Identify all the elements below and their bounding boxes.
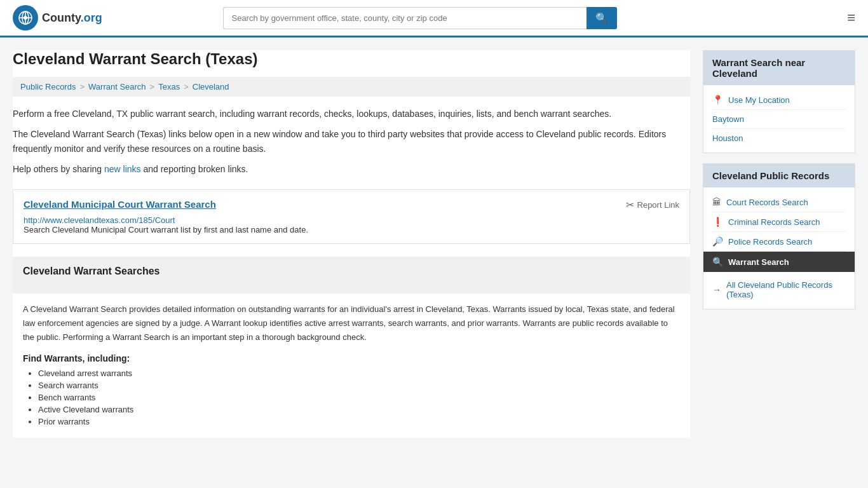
description-1: Perform a free Cleveland, TX public warr… <box>13 107 690 121</box>
sidebar-houston-link[interactable]: Houston <box>712 129 846 147</box>
result-card: Cleveland Municipal Court Warrant Search… <box>13 189 690 244</box>
list-item: Bench warrants <box>38 393 680 402</box>
result-url[interactable]: http://www.clevelandtexas.com/185/Court <box>24 215 175 225</box>
sidebar-all-label: All Cleveland Public Records (Texas) <box>726 280 846 299</box>
sidebar-use-location-label: Use My Location <box>728 95 790 105</box>
section-title: Cleveland Warrant Searches <box>23 266 680 277</box>
sidebar-nearby-title: Warrant Search near Cleveland <box>703 51 855 85</box>
breadcrumb: Public Records > Warrant Search > Texas … <box>13 77 690 97</box>
report-link-label: Report Link <box>637 200 679 210</box>
description-block: Perform a free Cleveland, TX public warr… <box>13 107 690 189</box>
sidebar-criminal-label: Criminal Records Search <box>728 217 820 227</box>
logo-icon <box>13 5 38 30</box>
report-icon: ✂ <box>626 199 634 211</box>
sidebar-warrant-label: Warrant Search <box>728 257 789 267</box>
search-button[interactable]: 🔍 <box>587 7 617 29</box>
breadcrumb-sep-3: > <box>184 82 189 92</box>
result-title-link[interactable]: Cleveland Municipal Court Warrant Search <box>24 199 216 210</box>
new-links-link[interactable]: new links <box>104 164 141 174</box>
sidebar-baytown-link[interactable]: Baytown <box>712 110 846 129</box>
breadcrumb-sep-2: > <box>150 82 155 92</box>
breadcrumb-texas[interactable]: Texas <box>158 82 180 92</box>
list-item: Search warrants <box>38 381 680 390</box>
find-warrants-title: Find Warrants, including: <box>23 353 680 363</box>
search-input[interactable] <box>223 7 587 29</box>
sidebar-police-label: Police Records Search <box>728 237 812 247</box>
svg-point-4 <box>24 16 27 20</box>
breadcrumb-warrant-search[interactable]: Warrant Search <box>88 82 146 92</box>
sidebar-criminal-records-link[interactable]: ❗ Criminal Records Search <box>712 212 846 232</box>
sidebar-nearby-section: Warrant Search near Cleveland 📍 Use My L… <box>703 50 855 153</box>
sidebar-public-records-body: 🏛 Court Records Search ❗ Criminal Record… <box>703 187 855 309</box>
police-icon: 🔎 <box>712 236 723 247</box>
breadcrumb-public-records[interactable]: Public Records <box>20 82 76 92</box>
sidebar-court-label: Court Records Search <box>726 198 808 207</box>
right-sidebar: Warrant Search near Cleveland 📍 Use My L… <box>703 50 855 438</box>
report-link[interactable]: ✂ Report Link <box>626 199 679 211</box>
breadcrumb-sep-1: > <box>79 82 85 92</box>
sidebar-all-records-link[interactable]: → All Cleveland Public Records (Texas) <box>712 276 846 304</box>
section-box: Cleveland Warrant Searches <box>13 257 690 294</box>
warrant-icon: 🔍 <box>712 257 723 267</box>
breadcrumb-cleveland[interactable]: Cleveland <box>193 82 229 92</box>
sidebar-police-records-link[interactable]: 🔎 Police Records Search <box>712 232 846 252</box>
logo[interactable]: County.org <box>13 5 102 30</box>
sidebar-use-my-location[interactable]: 📍 Use My Location <box>712 90 846 110</box>
arrow-icon: → <box>712 285 721 295</box>
search-bar: 🔍 <box>223 7 617 29</box>
list-item: Active Cleveland warrants <box>38 405 680 414</box>
result-description: Search Cleveland Municipal Court warrant… <box>24 225 679 234</box>
court-icon: 🏛 <box>712 197 721 207</box>
section-text: A Cleveland Warrant Search provides deta… <box>23 302 680 344</box>
hamburger-menu-button[interactable]: ≡ <box>847 10 855 26</box>
logo-text: County.org <box>42 11 102 25</box>
criminal-icon: ❗ <box>712 217 723 227</box>
sidebar-public-records-section: Cleveland Public Records 🏛 Court Records… <box>703 163 855 309</box>
section-body: A Cleveland Warrant Search provides deta… <box>13 294 690 438</box>
find-list: Cleveland arrest warrants Search warrant… <box>23 369 680 426</box>
description-3: Help others by sharing new links and rep… <box>13 162 690 176</box>
sidebar-court-records-link[interactable]: 🏛 Court Records Search <box>712 193 846 212</box>
sidebar-nearby-body: 📍 Use My Location Baytown Houston <box>703 85 855 152</box>
description-2: The Cleveland Warrant Search (Texas) lin… <box>13 127 690 156</box>
list-item: Prior warrants <box>38 417 680 426</box>
sidebar-warrant-search-link-active[interactable]: 🔍 Warrant Search <box>703 252 855 272</box>
sidebar-public-records-title: Cleveland Public Records <box>703 164 855 187</box>
location-icon: 📍 <box>712 95 723 105</box>
list-item: Cleveland arrest warrants <box>38 369 680 378</box>
page-title: Cleveland Warrant Search (Texas) <box>13 50 690 68</box>
